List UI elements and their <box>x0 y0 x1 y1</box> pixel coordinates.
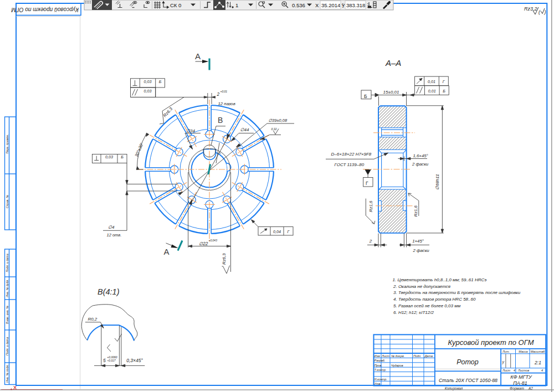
svg-text:Лит.: Лит. <box>502 350 510 353</box>
svg-text:2:1: 2:1 <box>534 360 541 365</box>
svg-text:∅44: ∅44 <box>240 127 249 132</box>
svg-text:0,04: 0,04 <box>273 229 281 234</box>
svg-text:Лист: Лист <box>502 369 511 372</box>
svg-text:5: 5 <box>103 358 106 363</box>
svg-text:Инв. № подл.: Инв. № подл. <box>6 364 9 383</box>
svg-text:12 отв.: 12 отв. <box>107 233 122 238</box>
svg-text:Лист: Лист <box>381 354 390 358</box>
svg-text:0.536: 0.536 <box>292 2 305 8</box>
svg-text:Г: Г <box>366 180 368 186</box>
svg-text:4. Твердость пазов ротора HRC: 4. Твердость пазов ротора HRC 58..60 <box>393 297 476 302</box>
svg-text:Б: Б <box>159 79 162 84</box>
svg-text:12 пазов: 12 пазов <box>218 101 235 106</box>
svg-text:+0,0060: +0,0060 <box>107 355 117 359</box>
svg-text:Курсовой проект по ОГМ: Курсовой проект по ОГМ <box>448 338 534 347</box>
svg-text:Подп. и дата: Подп. и дата <box>6 254 9 272</box>
svg-text:Курсовой проект по ОГМ: Курсовой проект по ОГМ <box>11 7 79 13</box>
svg-text:2 фаски: 2 фаски <box>412 248 429 253</box>
svg-text:Пров.: Пров. <box>375 364 383 367</box>
svg-text:∅68h11: ∅68h11 <box>435 174 440 190</box>
svg-text:ПА-81: ПА-81 <box>513 380 527 386</box>
svg-text:∅39±0,08: ∅39±0,08 <box>269 118 288 123</box>
svg-text:15±0,01: 15±0,01 <box>383 90 399 95</box>
svg-text:В: В <box>218 116 223 125</box>
svg-text:Листов: Листов <box>517 369 529 372</box>
svg-text:Справ. №: Справ. № <box>6 195 9 208</box>
svg-text:Rz1,6: Rz1,6 <box>413 205 418 216</box>
svg-text:∅22: ∅22 <box>199 241 208 246</box>
svg-text:А–А: А–А <box>385 58 401 68</box>
svg-text:у: у <box>502 360 505 364</box>
svg-text:1,6×45°: 1,6×45° <box>413 153 428 158</box>
svg-text:А: А <box>195 51 201 61</box>
svg-text:Чударов: Чударов <box>391 364 403 367</box>
svg-text:Подп. и дата: Подп. и дата <box>6 337 9 355</box>
svg-text:Y: Y <box>342 2 346 8</box>
svg-text:Масштаб: Масштаб <box>531 350 546 353</box>
svg-text:Т.контр.: Т.контр. <box>375 368 387 372</box>
svg-text:Масса: Масса <box>519 350 527 353</box>
svg-text:0,01: 0,01 <box>428 79 435 84</box>
svg-text:0,03: 0,03 <box>144 79 152 84</box>
svg-text:Ротор: Ротор <box>456 358 478 366</box>
svg-text:1. Цементировать h0,8..1,0 мм;: 1. Цементировать h0,8..1,0 мм; 59..61 HR… <box>393 277 487 282</box>
svg-text:Rz3,2: Rz3,2 <box>524 6 537 12</box>
svg-text:383.318⋮: 383.318⋮ <box>346 2 371 8</box>
svg-text:А2: А2 <box>528 386 533 390</box>
svg-text:Перв. примен.: Перв. примен. <box>6 134 9 153</box>
svg-text:R0,2: R0,2 <box>88 317 97 322</box>
svg-text:∅4: ∅4 <box>108 225 115 230</box>
svg-text:2: 2 <box>217 92 220 97</box>
svg-text:СК 0: СК 0 <box>170 2 181 8</box>
svg-text:КФ МГТУ: КФ МГТУ <box>510 374 532 380</box>
svg-text:Б: Б <box>443 89 445 94</box>
svg-text:Н.контр.: Н.контр. <box>375 378 387 381</box>
svg-text:Сталь 20Х ГОСТ 1050-88: Сталь 20Х ГОСТ 1050-88 <box>439 378 497 383</box>
svg-text:2: 2 <box>369 239 372 244</box>
svg-text:4: 4 <box>514 369 515 372</box>
svg-text:Изм.: Изм. <box>375 354 381 358</box>
svg-text:Инв. № дубл.: Инв. № дубл. <box>6 279 9 297</box>
svg-text:+0,01: +0,01 <box>220 90 228 93</box>
svg-text:–0,017: –0,017 <box>106 359 116 362</box>
svg-text:5. Развал осей не более 0,03 м: 5. Развал осей не более 0,03 мм <box>393 303 461 308</box>
svg-text:В(4:1): В(4:1) <box>98 287 120 296</box>
svg-text:0,32: 0,32 <box>271 127 277 131</box>
svg-text:Взам. инв. №: Взам. инв. № <box>6 306 9 324</box>
svg-text:Б: Б <box>364 94 367 99</box>
svg-text:2. Окалина не допускается: 2. Окалина не допускается <box>393 284 451 289</box>
svg-text:X: X <box>315 2 319 8</box>
svg-text:): ) <box>544 9 546 15</box>
svg-text:X: X <box>13 385 17 390</box>
svg-text:D–6×18×22 Н7×9F8: D–6×18×22 Н7×9F8 <box>331 152 372 157</box>
svg-text:+0,043: +0,043 <box>209 239 218 242</box>
svg-text:0,3×45°: 0,3×45° <box>126 358 143 363</box>
svg-text:4: 4 <box>541 369 543 372</box>
svg-text:№ докум.: № докум. <box>391 354 404 358</box>
svg-text:2 фаски: 2 фаски <box>412 162 429 167</box>
svg-text:6. Н12; h12; ±IT12/2: 6. Н12; h12; ±IT12/2 <box>393 310 434 315</box>
svg-text:Дата: Дата <box>424 354 433 358</box>
svg-text:3. Твердость на поверхности Б: 3. Твердость на поверхности Б проверять … <box>393 290 521 295</box>
svg-text:Rz1,6: Rz1,6 <box>368 200 373 212</box>
svg-text:ГОСТ 1139–80: ГОСТ 1139–80 <box>335 162 365 167</box>
svg-text:1×45°: 1×45° <box>412 239 424 244</box>
svg-text:0,03: 0,03 <box>144 89 152 94</box>
svg-text:∅34: ∅34 <box>186 128 195 133</box>
svg-text:Разраб.: Разраб. <box>375 359 386 362</box>
svg-text:Б: Б <box>121 154 124 159</box>
svg-text:Утв.: Утв. <box>374 382 382 385</box>
svg-text:Rz6,3: Rz6,3 <box>222 253 227 265</box>
svg-text:0,03: 0,03 <box>105 154 113 159</box>
svg-text:0,01: 0,01 <box>428 89 436 94</box>
svg-text:1: 1 <box>235 2 238 8</box>
svg-text:А: А <box>164 247 170 256</box>
svg-text:Подп.: Подп. <box>413 354 422 358</box>
